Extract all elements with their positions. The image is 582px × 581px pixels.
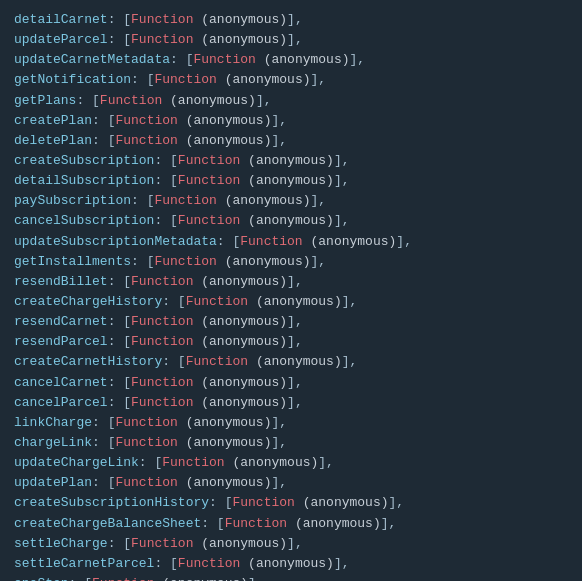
code-line: cancelCarnet: [Function (anonymous)], [14,373,568,393]
code-colon: : [92,475,108,490]
code-colon: : [209,495,225,510]
code-key: resendParcel [14,334,108,349]
code-line: createSubscriptionHistory: [Function (an… [14,493,568,513]
code-key: createCarnetHistory [14,354,162,369]
code-colon: : [154,556,170,571]
code-key: settleCharge [14,536,108,551]
code-key: updateParcel [14,32,108,47]
code-key: detailCarnet [14,12,108,27]
code-colon: : [108,314,124,329]
code-key: cancelCarnet [14,375,108,390]
code-colon: : [131,193,147,208]
code-colon: : [108,395,124,410]
code-colon: : [108,274,124,289]
code-line: cancelSubscription: [Function (anonymous… [14,211,568,231]
code-colon: : [108,536,124,551]
code-line: detailSubscription: [Function (anonymous… [14,171,568,191]
code-colon: : [92,415,108,430]
code-line: createPlan: [Function (anonymous)], [14,111,568,131]
code-line: settleCarnetParcel: [Function (anonymous… [14,554,568,574]
code-colon: : [92,113,108,128]
code-key: resendBillet [14,274,108,289]
code-line: resendBillet: [Function (anonymous)], [14,272,568,292]
code-key: linkCharge [14,415,92,430]
code-line: getPlans: [Function (anonymous)], [14,91,568,111]
code-line: resendParcel: [Function (anonymous)], [14,332,568,352]
code-line: updateParcel: [Function (anonymous)], [14,30,568,50]
code-line: createSubscription: [Function (anonymous… [14,151,568,171]
code-key: createChargeHistory [14,294,162,309]
code-key: cancelSubscription [14,213,154,228]
code-line: paySubscription: [Function (anonymous)], [14,191,568,211]
code-line: updateCarnetMetadata: [Function (anonymo… [14,50,568,70]
code-key: createPlan [14,113,92,128]
code-colon: : [170,52,186,67]
code-colon: : [154,173,170,188]
code-key: getInstallments [14,254,131,269]
code-line: createChargeBalanceSheet: [Function (ano… [14,514,568,534]
code-colon: : [108,12,124,27]
code-key: cancelParcel [14,395,108,410]
code-line: detailCarnet: [Function (anonymous)], [14,10,568,30]
code-key: getNotification [14,72,131,87]
code-colon: : [154,153,170,168]
code-colon: : [162,354,178,369]
code-line: resendCarnet: [Function (anonymous)], [14,312,568,332]
code-line: linkCharge: [Function (anonymous)], [14,413,568,433]
code-key: getPlans [14,93,76,108]
code-colon: : [201,516,217,531]
code-key: createSubscription [14,153,154,168]
code-colon: : [217,234,233,249]
code-key: updateCarnetMetadata [14,52,170,67]
code-colon: : [92,133,108,148]
code-line: settleCharge: [Function (anonymous)], [14,534,568,554]
code-line: oneStep: [Function (anonymous)] [14,574,568,581]
code-colon: : [108,334,124,349]
code-line: createCarnetHistory: [Function (anonymou… [14,352,568,372]
code-colon: : [108,375,124,390]
code-key: resendCarnet [14,314,108,329]
code-line: updatePlan: [Function (anonymous)], [14,473,568,493]
code-key: detailSubscription [14,173,154,188]
code-key: paySubscription [14,193,131,208]
code-key: settleCarnetParcel [14,556,154,571]
code-key: createSubscriptionHistory [14,495,209,510]
code-colon: : [76,93,92,108]
code-key: oneStep [14,576,69,581]
code-line: createChargeHistory: [Function (anonymou… [14,292,568,312]
code-key: updateSubscriptionMetadata [14,234,217,249]
code-colon: : [108,32,124,47]
code-line: updateSubscriptionMetadata: [Function (a… [14,232,568,252]
code-colon: : [162,294,178,309]
code-key: deletePlan [14,133,92,148]
code-colon: : [92,435,108,450]
code-key: createChargeBalanceSheet [14,516,201,531]
code-line: getNotification: [Function (anonymous)], [14,70,568,90]
code-key: updatePlan [14,475,92,490]
code-line: deletePlan: [Function (anonymous)], [14,131,568,151]
code-key: chargeLink [14,435,92,450]
code-key: updateChargeLink [14,455,139,470]
code-colon: : [131,254,147,269]
code-output: detailCarnet: [Function (anonymous)],upd… [14,10,568,581]
code-colon: : [139,455,155,470]
code-colon: : [154,213,170,228]
code-line: cancelParcel: [Function (anonymous)], [14,393,568,413]
code-line: getInstallments: [Function (anonymous)], [14,252,568,272]
code-colon: : [131,72,147,87]
code-colon: : [69,576,85,581]
code-line: chargeLink: [Function (anonymous)], [14,433,568,453]
code-line: updateChargeLink: [Function (anonymous)]… [14,453,568,473]
